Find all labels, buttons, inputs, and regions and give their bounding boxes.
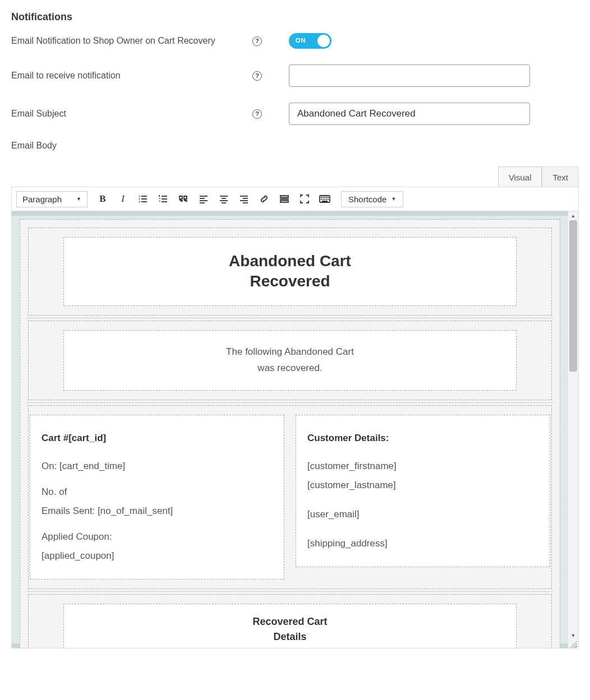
customer-shipping: [shipping_address] xyxy=(307,534,538,553)
label-body: Email Body xyxy=(11,141,252,151)
email-template-table: Abandoned Cart Recovered The following A… xyxy=(20,219,560,648)
format-select-label: Paragraph xyxy=(22,194,62,204)
svg-point-3 xyxy=(139,196,140,197)
email-to-input[interactable] xyxy=(289,64,530,87)
svg-rect-32 xyxy=(328,197,329,198)
tab-visual[interactable]: Visual xyxy=(498,166,542,187)
template-row-hero: Abandoned Cart Recovered xyxy=(28,228,552,316)
svg-rect-29 xyxy=(322,197,324,198)
chevron-down-icon: ▼ xyxy=(76,196,81,202)
svg-rect-35 xyxy=(324,199,325,200)
svg-rect-34 xyxy=(322,199,324,200)
align-right-button[interactable] xyxy=(234,191,253,207)
toggle-owner-notify[interactable]: ON xyxy=(289,33,331,49)
help-icon[interactable]: ? xyxy=(252,109,262,119)
svg-rect-26 xyxy=(280,201,288,202)
scroll-up-icon[interactable]: ▲ xyxy=(568,211,578,220)
editor-canvas[interactable]: Abandoned Cart Recovered The following A… xyxy=(12,211,568,648)
template-row-subhead: Recovered Cart Details xyxy=(28,594,552,648)
editor: Visual Text Paragraph ▼ B I xyxy=(11,166,579,648)
scroll-thumb[interactable] xyxy=(569,220,577,372)
help-icon[interactable]: ? xyxy=(252,36,262,46)
row-subject: Email Subject ? xyxy=(11,103,579,125)
intro-cell: The following Abandoned Cart was recover… xyxy=(63,330,517,391)
recovered-cart-heading: Recovered Cart Details xyxy=(63,604,517,648)
cart-mails-line-a: No. of xyxy=(42,483,273,502)
template-row-details: Cart #[cart_id] On: [cart_end_time] No. … xyxy=(28,405,552,589)
row-separator xyxy=(27,591,553,592)
chevron-down-icon: ▼ xyxy=(391,196,396,202)
align-center-button[interactable] xyxy=(214,191,233,207)
customer-lastname: [customer_lastname] xyxy=(307,476,538,495)
editor-body: Abandoned Cart Recovered The following A… xyxy=(11,211,579,648)
link-button[interactable] xyxy=(255,191,274,207)
section-title: Notifications xyxy=(11,11,579,23)
svg-rect-30 xyxy=(324,197,325,198)
cart-coupon-line-b: [applied_coupon] xyxy=(42,546,273,565)
row-email-to: Email to receive notification ? xyxy=(11,64,579,87)
scrollbar[interactable]: ▲ ▼ xyxy=(568,211,578,648)
row-separator xyxy=(27,402,553,403)
cart-on-line: On: [cart_end_time] xyxy=(42,457,273,476)
italic-button[interactable]: I xyxy=(113,191,132,207)
svg-rect-36 xyxy=(326,199,327,200)
editor-toolbar: Paragraph ▼ B I xyxy=(11,187,579,211)
hero-title: Abandoned Cart Recovered xyxy=(70,251,510,292)
cart-coupon-line-a: Applied Coupon: xyxy=(42,527,273,546)
help-icon[interactable]: ? xyxy=(252,71,262,81)
svg-rect-37 xyxy=(328,199,329,200)
cart-details-panel: Cart #[cart_id] On: [cart_end_time] No. … xyxy=(30,415,284,580)
numbered-list-button[interactable] xyxy=(154,191,173,207)
tab-text[interactable]: Text xyxy=(542,166,579,187)
svg-rect-24 xyxy=(280,196,288,197)
cart-details-head: Cart #[cart_id] xyxy=(42,429,273,448)
label-email-to: Email to receive notification xyxy=(11,71,252,81)
svg-point-5 xyxy=(139,201,140,202)
bold-button[interactable]: B xyxy=(93,191,112,207)
align-left-button[interactable] xyxy=(194,191,213,207)
shortcode-label: Shortcode xyxy=(348,194,386,204)
label-subject: Email Subject xyxy=(11,109,252,119)
row-body-label: Email Body xyxy=(11,141,579,151)
toggle-knob xyxy=(317,35,330,47)
subject-input[interactable] xyxy=(289,103,530,125)
insert-more-button[interactable] xyxy=(275,191,294,207)
keyboard-shortcuts-button[interactable] xyxy=(315,191,334,207)
customer-details-head: Customer Details: xyxy=(307,429,538,448)
cart-mails-line-b: Emails Sent: [no_of_mail_sent] xyxy=(42,502,273,521)
shortcode-select[interactable]: Shortcode ▼ xyxy=(341,191,403,207)
svg-rect-38 xyxy=(322,201,328,202)
hero-cell: Abandoned Cart Recovered xyxy=(63,237,517,306)
svg-point-4 xyxy=(139,198,140,200)
svg-rect-25 xyxy=(280,199,288,200)
format-select[interactable]: Paragraph ▼ xyxy=(16,191,87,207)
row-separator xyxy=(27,318,553,318)
scroll-down-icon[interactable]: ▼ xyxy=(568,631,578,640)
customer-details-panel: Customer Details: [customer_firstname] [… xyxy=(296,415,550,567)
svg-rect-31 xyxy=(326,197,327,198)
blockquote-button[interactable] xyxy=(174,191,193,207)
resize-handle-icon[interactable] xyxy=(569,640,577,648)
customer-email: [user_email] xyxy=(307,505,538,524)
svg-rect-28 xyxy=(321,197,322,198)
bullet-list-button[interactable] xyxy=(133,191,153,207)
editor-tabs: Visual Text xyxy=(11,166,579,187)
fullscreen-button[interactable] xyxy=(295,191,314,207)
customer-firstname: [customer_firstname] xyxy=(307,457,538,476)
toggle-text: ON xyxy=(296,37,306,44)
row-owner-notify: Email Notification to Shop Owner on Cart… xyxy=(11,33,579,49)
template-row-intro: The following Abandoned Cart was recover… xyxy=(28,321,552,400)
svg-rect-33 xyxy=(321,199,322,200)
label-owner-notify: Email Notification to Shop Owner on Cart… xyxy=(11,36,252,46)
